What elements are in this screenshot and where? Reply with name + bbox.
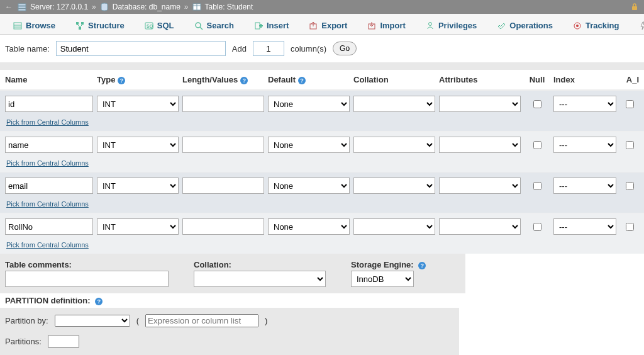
- col-null-checkbox[interactable]: [533, 182, 541, 190]
- col-ai-checkbox[interactable]: [626, 223, 634, 231]
- col-index-select[interactable]: ---: [553, 96, 616, 112]
- tab-label: Import: [380, 21, 405, 30]
- tab-tracking[interactable]: Tracking: [564, 16, 628, 34]
- head-name: Name: [5, 75, 93, 84]
- tab-label: Export: [321, 21, 347, 30]
- svg-rect-20: [255, 23, 260, 29]
- go-button[interactable]: Go: [333, 42, 357, 55]
- bc-table[interactable]: Table: Student: [205, 3, 253, 11]
- col-length-input[interactable]: [182, 218, 264, 235]
- svg-line-15: [80, 25, 82, 27]
- col-default-select[interactable]: None: [268, 178, 350, 194]
- tab-triggers[interactable]: Triggers: [630, 16, 644, 34]
- col-name-input[interactable]: [5, 178, 93, 194]
- operations-icon: [497, 21, 506, 30]
- col-attr-select[interactable]: [439, 96, 521, 112]
- tab-search[interactable]: Search: [185, 16, 243, 34]
- partitions-label: Partitions:: [5, 337, 42, 346]
- col-collation-select[interactable]: [353, 137, 435, 153]
- engine-label: Storage Engine: ?: [351, 260, 426, 269]
- col-attr-select[interactable]: [439, 218, 521, 235]
- col-default-select[interactable]: None: [268, 137, 350, 153]
- head-type: Type?: [97, 75, 179, 84]
- pick-central-columns-link[interactable]: Pick from Central Columns: [0, 117, 644, 128]
- comments-input[interactable]: [5, 271, 169, 287]
- help-icon[interactable]: ?: [418, 262, 426, 269]
- col-type-select[interactable]: INT: [97, 96, 179, 112]
- partition-expr-input[interactable]: [145, 314, 258, 327]
- head-null: Null: [525, 75, 550, 84]
- tab-structure[interactable]: Structure: [66, 16, 134, 34]
- col-collation-select[interactable]: [353, 96, 435, 112]
- table-icon: [192, 3, 201, 11]
- paren-open: (: [136, 316, 139, 325]
- col-attr-select[interactable]: [439, 178, 521, 194]
- add-count-input[interactable]: [253, 41, 284, 56]
- svg-rect-1: [18, 6, 26, 8]
- tab-insert[interactable]: Insert: [245, 16, 298, 34]
- col-type-select[interactable]: INT: [97, 218, 179, 235]
- bc-database[interactable]: Database: db_name: [113, 3, 180, 11]
- lock-icon[interactable]: [630, 3, 639, 11]
- col-type-select[interactable]: INT: [97, 137, 179, 153]
- export-icon: [309, 21, 318, 30]
- col-name-input[interactable]: [5, 137, 93, 153]
- bc-server[interactable]: Server: 127.0.0.1: [30, 3, 88, 11]
- tab-privileges[interactable]: Privileges: [416, 16, 486, 34]
- pick-central-columns-link[interactable]: Pick from Central Columns: [0, 240, 644, 251]
- pick-central-columns-link[interactable]: Pick from Central Columns: [0, 199, 644, 210]
- col-index-select[interactable]: ---: [553, 178, 616, 194]
- pick-central-columns-link[interactable]: Pick from Central Columns: [0, 158, 644, 169]
- col-name-input[interactable]: [5, 96, 93, 112]
- tablename-input[interactable]: [56, 41, 226, 56]
- col-length-input[interactable]: [182, 137, 264, 153]
- tab-sql[interactable]: SQLSQL: [135, 16, 184, 34]
- engine-select[interactable]: InnoDB: [351, 271, 414, 287]
- col-name-input[interactable]: [5, 218, 93, 235]
- add-label: Add: [232, 44, 247, 54]
- tab-browse[interactable]: Browse: [4, 16, 65, 34]
- col-index-select[interactable]: ---: [553, 218, 616, 235]
- col-type-select[interactable]: INT: [97, 178, 179, 194]
- col-index-select[interactable]: ---: [553, 137, 616, 153]
- help-icon[interactable]: ?: [118, 77, 125, 84]
- col-ai-checkbox[interactable]: [626, 141, 634, 149]
- back-icon[interactable]: ←: [5, 3, 15, 11]
- col-null-checkbox[interactable]: [533, 223, 541, 231]
- column-row: INT None ---: [0, 91, 644, 117]
- tab-export[interactable]: Export: [299, 16, 357, 34]
- browse-icon: [13, 21, 22, 30]
- col-default-select[interactable]: None: [268, 96, 350, 112]
- partitions-input[interactable]: [48, 335, 79, 348]
- help-icon[interactable]: ?: [298, 77, 306, 84]
- svg-line-14: [77, 25, 80, 27]
- tab-import[interactable]: Import: [358, 16, 414, 34]
- collation-select[interactable]: [194, 271, 326, 287]
- col-ai-checkbox[interactable]: [626, 100, 634, 108]
- column-row: INT None ---: [0, 213, 644, 240]
- col-length-input[interactable]: [182, 178, 264, 194]
- partition-by-select[interactable]: [55, 315, 130, 327]
- tab-operations[interactable]: Operations: [487, 16, 562, 34]
- tabs: Browse Structure SQLSQL Search Insert Ex…: [0, 14, 644, 35]
- col-null-checkbox[interactable]: [533, 100, 541, 108]
- col-length-input[interactable]: [182, 96, 264, 112]
- svg-text:SQL: SQL: [147, 24, 153, 29]
- tab-label: Privileges: [438, 21, 477, 30]
- collation-label: Collation:: [194, 260, 326, 269]
- column-grid-header: Name Type? Length/Values? Default? Colla…: [0, 70, 644, 90]
- tab-label: Browse: [26, 21, 55, 30]
- help-icon[interactable]: ?: [240, 77, 248, 84]
- spacer: [0, 62, 644, 70]
- partition-block: Partition by: ( ) Partitions:: [0, 308, 459, 355]
- col-collation-select[interactable]: [353, 218, 435, 235]
- col-collation-select[interactable]: [353, 178, 435, 194]
- col-attr-select[interactable]: [439, 137, 521, 153]
- tablename-label: Table name:: [5, 44, 50, 54]
- svg-rect-11: [76, 22, 79, 25]
- col-null-checkbox[interactable]: [533, 141, 541, 149]
- col-ai-checkbox[interactable]: [626, 182, 634, 190]
- col-default-select[interactable]: None: [268, 218, 350, 235]
- svg-rect-0: [18, 4, 26, 6]
- help-icon[interactable]: ?: [95, 298, 103, 305]
